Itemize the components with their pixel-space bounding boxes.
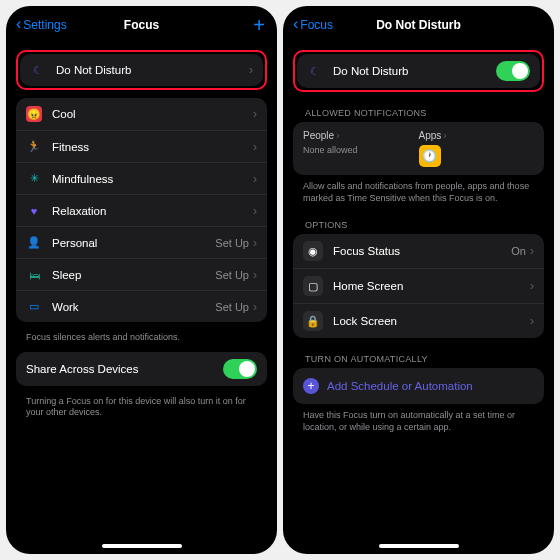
row-label: Lock Screen (333, 315, 530, 327)
focus-row[interactable]: 👤PersonalSet Up› (16, 226, 267, 258)
chevron-right-icon: › (443, 130, 446, 141)
back-button[interactable]: ‹ Settings (16, 18, 67, 32)
phone-left: ‹ Settings Focus + ☾ Do Not Disturb › 😠C… (6, 6, 277, 554)
chevron-right-icon: › (253, 140, 257, 154)
row-trail: Set Up (215, 269, 249, 281)
share-devices-row[interactable]: Share Across Devices (16, 352, 267, 386)
row-trail: On (511, 245, 526, 257)
row-label: Home Screen (333, 280, 530, 292)
focus-row-dnd[interactable]: ☾ Do Not Disturb › (20, 54, 263, 86)
section-header: Turn On Automatically (293, 346, 544, 368)
footer-text: Focus silences alerts and notifications. (16, 330, 267, 352)
clock-app-icon: 🕐 (419, 145, 441, 167)
focus-mode-list: 😠Cool›🏃Fitness›✳︎Mindfulness›♥︎Relaxatio… (16, 98, 267, 322)
highlight-box: ☾ Do Not Disturb (293, 50, 544, 92)
phone-right: ‹ Focus Do Not Disturb ☾ Do Not Disturb … (283, 6, 554, 554)
people-column[interactable]: People› None allowed (303, 130, 419, 167)
focus-row[interactable]: ♥︎Relaxation› (16, 194, 267, 226)
focus-row[interactable]: ▭WorkSet Up› (16, 290, 267, 322)
mode-icon: ✳︎ (26, 171, 42, 187)
chevron-right-icon: › (530, 244, 534, 258)
mode-icon: ▭ (26, 299, 42, 315)
footer-text: Allow calls and notifications from peopl… (293, 179, 544, 212)
row-label: Do Not Disturb (56, 64, 249, 76)
row-label: Work (52, 301, 215, 313)
focus-row[interactable]: 😠Cool› (16, 98, 267, 130)
add-schedule-label: Add Schedule or Automation (327, 380, 473, 392)
row-label: Personal (52, 237, 215, 249)
back-label: Focus (300, 18, 333, 32)
option-icon: 🔒 (303, 311, 323, 331)
add-button[interactable]: + (253, 15, 267, 35)
focus-row[interactable]: 🛏SleepSet Up› (16, 258, 267, 290)
row-label: Relaxation (52, 205, 253, 217)
option-row[interactable]: ▢Home Screen› (293, 268, 544, 303)
footer-text: Have this Focus turn on automatically at… (293, 408, 544, 441)
options-list: ◉Focus StatusOn›▢Home Screen›🔒Lock Scree… (293, 234, 544, 338)
dnd-toggle-row[interactable]: ☾ Do Not Disturb (297, 54, 540, 88)
dnd-toggle[interactable] (496, 61, 530, 81)
row-label: Sleep (52, 269, 215, 281)
highlight-box: ☾ Do Not Disturb › (16, 50, 267, 90)
plus-circle-icon: + (303, 378, 319, 394)
focus-row[interactable]: 🏃Fitness› (16, 130, 267, 162)
mode-icon: 👤 (26, 235, 42, 251)
option-row[interactable]: 🔒Lock Screen› (293, 303, 544, 338)
chevron-right-icon: › (249, 63, 253, 77)
chevron-right-icon: › (530, 279, 534, 293)
footer-text: Turning a Focus on for this device will … (16, 394, 267, 427)
chevron-right-icon: › (253, 204, 257, 218)
option-row[interactable]: ◉Focus StatusOn› (293, 234, 544, 268)
content: ☾ Do Not Disturb Allowed Notifications P… (283, 40, 554, 540)
content: ☾ Do Not Disturb › 😠Cool›🏃Fitness›✳︎Mind… (6, 40, 277, 540)
row-label: Share Across Devices (26, 363, 223, 375)
moon-icon: ☾ (30, 62, 46, 78)
chevron-right-icon: › (253, 236, 257, 250)
back-button[interactable]: ‹ Focus (293, 18, 333, 32)
chevron-right-icon: › (253, 268, 257, 282)
chevron-right-icon: › (336, 130, 339, 141)
mode-icon: 🛏 (26, 267, 42, 283)
row-label: Cool (52, 108, 253, 120)
mode-icon: 🏃 (26, 139, 42, 155)
chevron-right-icon: › (530, 314, 534, 328)
navbar: ‹ Focus Do Not Disturb (283, 6, 554, 40)
home-indicator[interactable] (379, 544, 459, 548)
row-trail: Set Up (215, 301, 249, 313)
chevron-left-icon: ‹ (16, 16, 21, 32)
section-header: Options (293, 212, 544, 234)
people-sub: None allowed (303, 145, 419, 155)
mode-icon: ♥︎ (26, 203, 42, 219)
row-label: Mindfulness (52, 173, 253, 185)
navbar: ‹ Settings Focus + (6, 6, 277, 40)
option-icon: ◉ (303, 241, 323, 261)
people-label: People (303, 130, 334, 141)
chevron-left-icon: ‹ (293, 16, 298, 32)
share-toggle[interactable] (223, 359, 257, 379)
apps-label: Apps (419, 130, 442, 141)
row-label: Focus Status (333, 245, 511, 257)
chevron-right-icon: › (253, 300, 257, 314)
focus-row[interactable]: ✳︎Mindfulness› (16, 162, 267, 194)
back-label: Settings (23, 18, 66, 32)
chevron-right-icon: › (253, 172, 257, 186)
apps-column[interactable]: Apps› 🕐 (419, 130, 535, 167)
home-indicator[interactable] (102, 544, 182, 548)
mode-icon: 😠 (26, 106, 42, 122)
chevron-right-icon: › (253, 107, 257, 121)
moon-icon: ☾ (307, 63, 323, 79)
add-schedule-button[interactable]: + Add Schedule or Automation (293, 368, 544, 404)
allowed-notifications-card: People› None allowed Apps› 🕐 (293, 122, 544, 175)
row-label: Fitness (52, 141, 253, 153)
row-trail: Set Up (215, 237, 249, 249)
row-label: Do Not Disturb (333, 65, 496, 77)
option-icon: ▢ (303, 276, 323, 296)
section-header: Allowed Notifications (293, 100, 544, 122)
